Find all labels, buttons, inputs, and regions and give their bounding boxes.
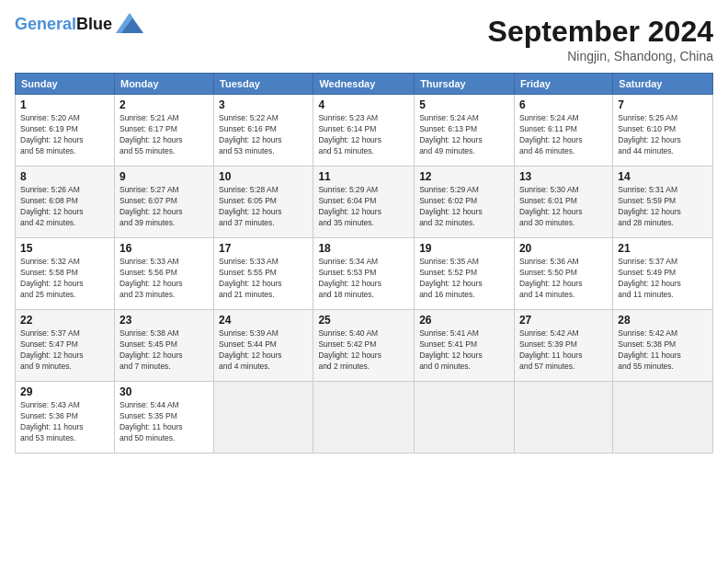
calendar-week-row: 8Sunrise: 5:26 AMSunset: 6:08 PMDaylight… bbox=[16, 167, 713, 238]
table-row: 23Sunrise: 5:38 AMSunset: 5:45 PMDayligh… bbox=[114, 310, 213, 382]
day-info: Sunrise: 5:22 AMSunset: 6:16 PMDaylight:… bbox=[219, 113, 308, 157]
calendar-week-row: 22Sunrise: 5:37 AMSunset: 5:47 PMDayligh… bbox=[16, 310, 713, 382]
day-info: Sunrise: 5:33 AMSunset: 5:55 PMDaylight:… bbox=[219, 257, 308, 301]
day-info: Sunrise: 5:31 AMSunset: 5:59 PMDaylight:… bbox=[618, 185, 708, 229]
day-info: Sunrise: 5:29 AMSunset: 6:02 PMDaylight:… bbox=[419, 185, 509, 229]
col-monday: Monday bbox=[114, 74, 213, 95]
table-row: 11Sunrise: 5:29 AMSunset: 6:04 PMDayligh… bbox=[313, 167, 415, 238]
day-number: 4 bbox=[318, 98, 409, 111]
day-info: Sunrise: 5:38 AMSunset: 5:45 PMDaylight:… bbox=[119, 328, 209, 373]
day-number: 6 bbox=[519, 98, 608, 111]
day-info: Sunrise: 5:24 AMSunset: 6:13 PMDaylight:… bbox=[419, 113, 509, 157]
day-number: 27 bbox=[519, 314, 608, 327]
day-number: 10 bbox=[219, 170, 308, 183]
day-info: Sunrise: 5:37 AMSunset: 5:49 PMDaylight:… bbox=[618, 257, 708, 301]
table-row: 2Sunrise: 5:21 AMSunset: 6:17 PMDaylight… bbox=[114, 95, 213, 167]
day-info: Sunrise: 5:28 AMSunset: 6:05 PMDaylight:… bbox=[219, 185, 308, 229]
calendar-week-row: 1Sunrise: 5:20 AMSunset: 6:19 PMDaylight… bbox=[16, 95, 713, 167]
table-row: 14Sunrise: 5:31 AMSunset: 5:59 PMDayligh… bbox=[613, 167, 713, 238]
day-number: 12 bbox=[419, 170, 509, 183]
day-info: Sunrise: 5:35 AMSunset: 5:52 PMDaylight:… bbox=[419, 257, 509, 301]
table-row: 3Sunrise: 5:22 AMSunset: 6:16 PMDaylight… bbox=[214, 95, 313, 167]
day-number: 7 bbox=[618, 98, 708, 111]
logo: GeneralBlue bbox=[15, 15, 143, 34]
month-title: September 2024 bbox=[488, 15, 713, 49]
logo-text: GeneralBlue bbox=[15, 15, 112, 34]
table-row: 17Sunrise: 5:33 AMSunset: 5:55 PMDayligh… bbox=[214, 238, 313, 310]
day-number: 17 bbox=[219, 242, 308, 255]
calendar-week-row: 15Sunrise: 5:32 AMSunset: 5:58 PMDayligh… bbox=[16, 238, 713, 310]
table-row: 8Sunrise: 5:26 AMSunset: 6:08 PMDaylight… bbox=[16, 167, 115, 238]
day-number: 30 bbox=[119, 385, 209, 398]
day-number: 22 bbox=[20, 314, 109, 327]
day-info: Sunrise: 5:30 AMSunset: 6:01 PMDaylight:… bbox=[519, 185, 608, 229]
day-number: 13 bbox=[519, 170, 608, 183]
day-number: 19 bbox=[419, 242, 509, 255]
day-info: Sunrise: 5:37 AMSunset: 5:47 PMDaylight:… bbox=[20, 328, 109, 373]
table-row: 22Sunrise: 5:37 AMSunset: 5:47 PMDayligh… bbox=[16, 310, 115, 382]
day-info: Sunrise: 5:42 AMSunset: 5:38 PMDaylight:… bbox=[618, 328, 708, 373]
calendar-week-row: 29Sunrise: 5:43 AMSunset: 5:36 PMDayligh… bbox=[16, 382, 713, 454]
day-number: 8 bbox=[20, 170, 109, 183]
day-info: Sunrise: 5:32 AMSunset: 5:58 PMDaylight:… bbox=[20, 257, 109, 301]
day-info: Sunrise: 5:44 AMSunset: 5:35 PMDaylight:… bbox=[119, 400, 209, 444]
table-row: 21Sunrise: 5:37 AMSunset: 5:49 PMDayligh… bbox=[613, 238, 713, 310]
day-info: Sunrise: 5:25 AMSunset: 6:10 PMDaylight:… bbox=[618, 113, 708, 157]
table-row: 19Sunrise: 5:35 AMSunset: 5:52 PMDayligh… bbox=[415, 238, 515, 310]
table-row bbox=[415, 382, 515, 454]
col-tuesday: Tuesday bbox=[214, 74, 313, 95]
calendar-table: Sunday Monday Tuesday Wednesday Thursday… bbox=[15, 73, 713, 454]
day-info: Sunrise: 5:24 AMSunset: 6:11 PMDaylight:… bbox=[519, 113, 608, 157]
day-number: 18 bbox=[318, 242, 409, 255]
day-number: 11 bbox=[318, 170, 409, 183]
day-info: Sunrise: 5:33 AMSunset: 5:56 PMDaylight:… bbox=[119, 257, 209, 301]
location: Ningjin, Shandong, China bbox=[488, 49, 713, 63]
table-row: 16Sunrise: 5:33 AMSunset: 5:56 PMDayligh… bbox=[114, 238, 213, 310]
header: GeneralBlue September 2024 Ningjin, Shan… bbox=[15, 15, 713, 63]
col-saturday: Saturday bbox=[613, 74, 713, 95]
table-row: 15Sunrise: 5:32 AMSunset: 5:58 PMDayligh… bbox=[16, 238, 115, 310]
logo-general: General bbox=[15, 15, 76, 33]
day-info: Sunrise: 5:36 AMSunset: 5:50 PMDaylight:… bbox=[519, 257, 608, 301]
day-number: 1 bbox=[20, 98, 109, 111]
day-number: 28 bbox=[618, 314, 708, 327]
table-row: 27Sunrise: 5:42 AMSunset: 5:39 PMDayligh… bbox=[514, 310, 612, 382]
table-row: 10Sunrise: 5:28 AMSunset: 6:05 PMDayligh… bbox=[214, 167, 313, 238]
table-row: 24Sunrise: 5:39 AMSunset: 5:44 PMDayligh… bbox=[214, 310, 313, 382]
day-number: 25 bbox=[318, 314, 409, 327]
day-number: 3 bbox=[219, 98, 308, 111]
table-row: 28Sunrise: 5:42 AMSunset: 5:38 PMDayligh… bbox=[613, 310, 713, 382]
day-number: 21 bbox=[618, 242, 708, 255]
table-row: 1Sunrise: 5:20 AMSunset: 6:19 PMDaylight… bbox=[16, 95, 115, 167]
page: GeneralBlue September 2024 Ningjin, Shan… bbox=[0, 0, 728, 563]
table-row bbox=[514, 382, 612, 454]
col-sunday: Sunday bbox=[16, 74, 115, 95]
col-wednesday: Wednesday bbox=[313, 74, 415, 95]
table-row: 13Sunrise: 5:30 AMSunset: 6:01 PMDayligh… bbox=[514, 167, 612, 238]
day-number: 9 bbox=[119, 170, 209, 183]
table-row: 5Sunrise: 5:24 AMSunset: 6:13 PMDaylight… bbox=[415, 95, 515, 167]
table-row: 4Sunrise: 5:23 AMSunset: 6:14 PMDaylight… bbox=[313, 95, 415, 167]
day-number: 23 bbox=[119, 314, 209, 327]
table-row bbox=[313, 382, 415, 454]
day-number: 26 bbox=[419, 314, 509, 327]
day-info: Sunrise: 5:41 AMSunset: 5:41 PMDaylight:… bbox=[419, 328, 509, 373]
day-number: 15 bbox=[20, 242, 109, 255]
table-row: 30Sunrise: 5:44 AMSunset: 5:35 PMDayligh… bbox=[114, 382, 213, 454]
day-info: Sunrise: 5:29 AMSunset: 6:04 PMDaylight:… bbox=[318, 185, 409, 229]
day-number: 24 bbox=[219, 314, 308, 327]
title-block: September 2024 Ningjin, Shandong, China bbox=[488, 15, 713, 63]
day-number: 14 bbox=[618, 170, 708, 183]
table-row bbox=[214, 382, 313, 454]
table-row bbox=[613, 382, 713, 454]
day-info: Sunrise: 5:27 AMSunset: 6:07 PMDaylight:… bbox=[119, 185, 209, 229]
day-info: Sunrise: 5:20 AMSunset: 6:19 PMDaylight:… bbox=[20, 113, 109, 157]
day-number: 5 bbox=[419, 98, 509, 111]
table-row: 12Sunrise: 5:29 AMSunset: 6:02 PMDayligh… bbox=[415, 167, 515, 238]
day-info: Sunrise: 5:42 AMSunset: 5:39 PMDaylight:… bbox=[519, 328, 608, 373]
day-number: 16 bbox=[119, 242, 209, 255]
day-info: Sunrise: 5:34 AMSunset: 5:53 PMDaylight:… bbox=[318, 257, 409, 301]
day-info: Sunrise: 5:21 AMSunset: 6:17 PMDaylight:… bbox=[119, 113, 209, 157]
logo-icon bbox=[116, 13, 143, 33]
day-number: 2 bbox=[119, 98, 209, 111]
